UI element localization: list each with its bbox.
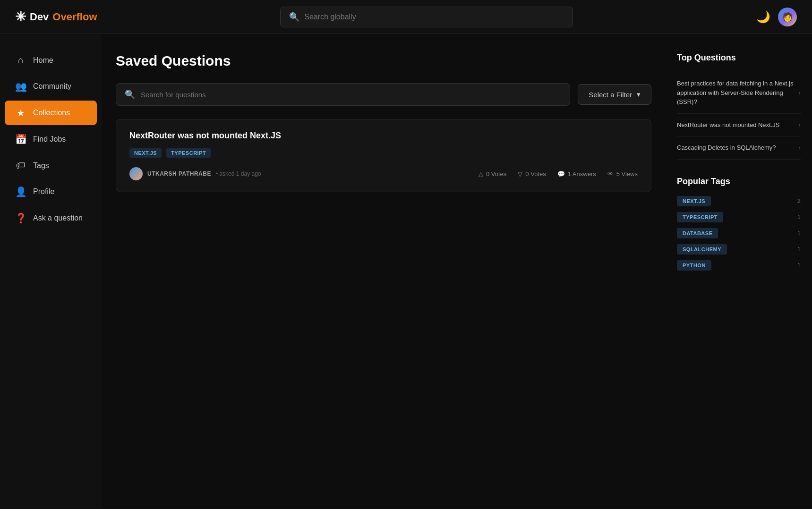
top-question-item-2[interactable]: Cascading Deletes in SQLAlchemy? ›	[677, 136, 801, 160]
upvote-icon: △	[479, 170, 483, 178]
sidebar-label-tags: Tags	[33, 161, 49, 170]
sidebar-label-collections: Collections	[33, 109, 70, 117]
home-icon: ⌂	[15, 55, 26, 66]
author-avatar	[129, 167, 143, 180]
sidebar-item-tags[interactable]: 🏷 Tags	[5, 153, 97, 178]
question-title[interactable]: NextRouter was not mounted Next.JS	[129, 131, 638, 141]
dark-mode-toggle[interactable]: 🌙	[756, 10, 770, 24]
top-question-item-1[interactable]: NextRouter was not mounted Next.JS ›	[677, 114, 801, 137]
sidebar-item-ask-question[interactable]: ❓ Ask a question	[5, 206, 97, 230]
popular-tags-section: Popular Tags NEXT.JS 2 TYPESCRIPT 1 DATA…	[677, 177, 801, 271]
ask-question-icon: ❓	[15, 212, 26, 224]
downvotes-stat: ▽ 0 Votes	[518, 170, 546, 178]
layout: ⌂ Home 👥 Community ★ Collections 📅 Find …	[0, 0, 812, 509]
popular-tags-title: Popular Tags	[677, 177, 801, 187]
upvotes-count: 0 Votes	[486, 170, 506, 178]
collections-icon: ★	[15, 107, 26, 119]
popular-tag-item-4: PYTHON 1	[677, 260, 801, 271]
main-content: Saved Questions 🔍 Select a Filter ▾ Next…	[102, 34, 666, 509]
sidebar-label-home: Home	[33, 56, 53, 65]
popular-tag-item-2: DATABASE 1	[677, 228, 801, 238]
question-search-icon: 🔍	[125, 89, 135, 100]
popular-tag-count-4: 1	[797, 262, 801, 269]
views-icon: 👁	[607, 170, 614, 178]
popular-tag-count-1: 1	[797, 213, 801, 221]
top-questions-title: Top Questions	[677, 53, 801, 63]
popular-tag-label-3[interactable]: SQLALCHEMY	[677, 244, 727, 254]
answers-icon: 💬	[557, 170, 565, 178]
top-question-arrow-0: ›	[798, 89, 801, 96]
author-asked: • asked 1 day ago	[216, 170, 261, 177]
logo-overflow: Overflow	[52, 11, 97, 23]
right-panel: Top Questions Best practices for data fe…	[666, 34, 812, 509]
profile-icon: 👤	[15, 186, 26, 197]
answers-stat: 💬 1 Answers	[557, 170, 596, 178]
upvotes-stat: △ 0 Votes	[479, 170, 506, 178]
downvotes-count: 0 Votes	[525, 170, 546, 178]
tag-typescript[interactable]: TYPESCRIPT	[166, 148, 211, 158]
sidebar: ⌂ Home 👥 Community ★ Collections 📅 Find …	[0, 34, 102, 509]
popular-tag-count-2: 1	[797, 229, 801, 237]
popular-tag-label-2[interactable]: DATABASE	[677, 228, 718, 238]
views-count: 5 Views	[616, 170, 638, 178]
top-question-item-0[interactable]: Best practices for data fetching in a Ne…	[677, 72, 801, 114]
author-name: UTKARSH PATHRABE	[147, 170, 211, 177]
popular-tag-count-3: 1	[797, 246, 801, 253]
find-jobs-icon: 📅	[15, 134, 26, 145]
sidebar-label-community: Community	[33, 82, 71, 91]
top-question-text-0: Best practices for data fetching in a Ne…	[677, 79, 794, 107]
filter-chevron-icon: ▾	[637, 90, 641, 99]
question-stats: △ 0 Votes ▽ 0 Votes 💬 1 Answers 👁 5 View…	[479, 170, 638, 178]
logo-dev: Dev	[30, 11, 49, 23]
question-search-bar[interactable]: 🔍	[116, 83, 570, 106]
tags-row: NEXT.JS TYPESCRIPT	[129, 148, 638, 158]
answers-count: 1 Answers	[568, 170, 596, 178]
sidebar-item-find-jobs[interactable]: 📅 Find Jobs	[5, 127, 97, 152]
popular-tag-label-0[interactable]: NEXT.JS	[677, 196, 711, 206]
logo[interactable]: ✳ DevOverflow	[15, 9, 97, 25]
global-search-bar[interactable]: 🔍	[280, 7, 573, 27]
sidebar-label-profile: Profile	[33, 187, 54, 196]
top-questions-list: Best practices for data fetching in a Ne…	[677, 72, 801, 160]
popular-tag-item-1: TYPESCRIPT 1	[677, 212, 801, 222]
popular-tag-label-1[interactable]: TYPESCRIPT	[677, 212, 723, 222]
top-question-text-2: Cascading Deletes in SQLAlchemy?	[677, 143, 794, 153]
global-search-input[interactable]	[304, 13, 564, 21]
tag-nextjs[interactable]: NEXT.JS	[129, 148, 162, 158]
question-meta: UTKARSH PATHRABE • asked 1 day ago △ 0 V…	[129, 167, 638, 180]
search-icon: 🔍	[289, 12, 299, 22]
header: ✳ DevOverflow 🔍 🌙 🧑	[0, 0, 812, 34]
popular-tag-label-4[interactable]: PYTHON	[677, 260, 711, 271]
question-search-input[interactable]	[141, 91, 561, 99]
sidebar-item-collections[interactable]: ★ Collections	[5, 101, 97, 125]
question-card: NextRouter was not mounted Next.JS NEXT.…	[116, 119, 651, 192]
top-question-text-1: NextRouter was not mounted Next.JS	[677, 120, 794, 130]
avatar[interactable]: 🧑	[778, 8, 797, 26]
sidebar-label-find-jobs: Find Jobs	[33, 135, 66, 144]
top-question-arrow-1: ›	[798, 121, 801, 128]
page-title: Saved Questions	[116, 53, 651, 69]
sidebar-item-community[interactable]: 👥 Community	[5, 74, 97, 99]
views-stat: 👁 5 Views	[607, 170, 638, 178]
question-author: UTKARSH PATHRABE • asked 1 day ago	[129, 167, 261, 180]
logo-icon: ✳	[15, 9, 26, 25]
filter-label: Select a Filter	[589, 91, 632, 99]
popular-tag-item-3: SQLALCHEMY 1	[677, 244, 801, 254]
search-filter-row: 🔍 Select a Filter ▾	[116, 83, 651, 106]
avatar-icon: 🧑	[782, 12, 793, 22]
sidebar-label-ask-question: Ask a question	[33, 214, 83, 222]
downvote-icon: ▽	[518, 170, 522, 178]
popular-tag-count-0: 2	[797, 197, 801, 204]
top-question-arrow-2: ›	[798, 144, 801, 152]
community-icon: 👥	[15, 81, 26, 92]
filter-button[interactable]: Select a Filter ▾	[578, 84, 651, 105]
sidebar-item-home[interactable]: ⌂ Home	[5, 48, 97, 72]
header-right: 🌙 🧑	[756, 8, 797, 26]
sidebar-item-profile[interactable]: 👤 Profile	[5, 179, 97, 204]
tags-icon: 🏷	[15, 160, 26, 171]
popular-tag-item-0: NEXT.JS 2	[677, 196, 801, 206]
